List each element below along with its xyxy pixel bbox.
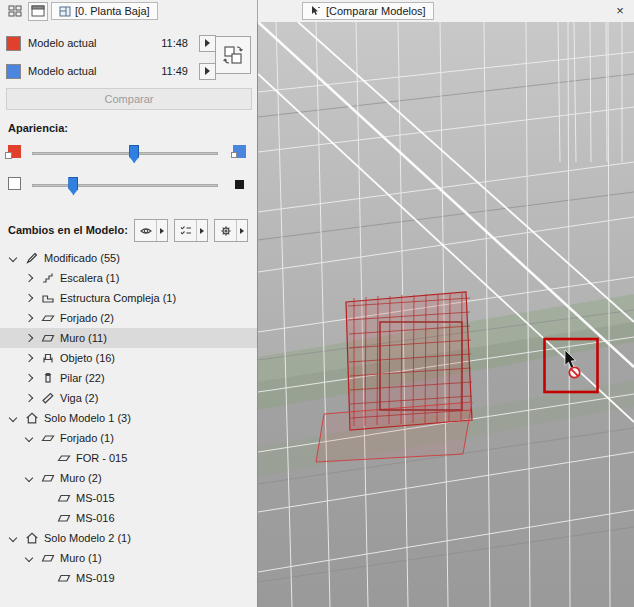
transparency-slider-row — [0, 172, 258, 198]
model1-name: Modelo actual — [28, 37, 149, 49]
window-header: [0. Planta Baja] [Comparar Modelos] × — [0, 0, 634, 23]
chevron-down-icon[interactable] — [22, 551, 36, 565]
tree-item-label: Forjado (1) — [60, 432, 114, 444]
chevron-spacer — [38, 571, 52, 585]
chevron-right-icon[interactable] — [22, 351, 36, 365]
swap-models-button[interactable] — [215, 36, 251, 74]
tree-item[interactable]: Estructura Compleja (1) — [0, 288, 257, 308]
close-icon[interactable]: × — [612, 2, 628, 18]
tab-planta-baja-label: [0. Planta Baja] — [75, 5, 150, 17]
tree-item[interactable]: MS-015 — [0, 488, 257, 508]
transparency-slider[interactable] — [32, 184, 218, 187]
model2-color-swatch — [6, 64, 21, 79]
dropdown-arrow-icon[interactable] — [156, 220, 167, 241]
slider-thumb[interactable] — [68, 177, 78, 195]
pencil-icon — [23, 251, 41, 265]
wall-icon — [39, 551, 57, 565]
chevron-right-icon[interactable] — [22, 371, 36, 385]
tree-item[interactable]: MS-016 — [0, 508, 257, 528]
changes-label: Cambios en el Modelo: — [8, 224, 128, 236]
tree-item[interactable]: Pilar (22) — [0, 368, 257, 388]
tree-item-label: MS-019 — [76, 572, 115, 584]
complex-structure-icon — [39, 291, 57, 305]
tree-item-label: MS-015 — [76, 492, 115, 504]
tree-item[interactable]: MS-019 — [0, 568, 257, 588]
tree-item-label: Muro (1) — [60, 552, 102, 564]
chevron-down-icon[interactable] — [6, 411, 20, 425]
chevron-right-icon[interactable] — [22, 291, 36, 305]
compare-button[interactable]: Comparar — [6, 88, 252, 110]
color-intensity-slider[interactable] — [32, 152, 218, 155]
chevron-right-icon[interactable] — [22, 391, 36, 405]
tab-comparar-modelos-label: [Comparar Modelos] — [326, 5, 426, 17]
model-icon — [23, 411, 41, 425]
chevron-down-icon[interactable] — [6, 251, 20, 265]
white-corner-icon — [231, 152, 237, 158]
tree-item[interactable]: FOR - 015 — [0, 448, 257, 468]
chevron-right-icon[interactable] — [22, 331, 36, 345]
tree-item[interactable]: Viga (2) — [0, 388, 257, 408]
model-row-2: Modelo actual 11:49 — [6, 60, 216, 82]
tree-item[interactable]: Escalera (1) — [0, 268, 257, 288]
wall-icon — [39, 331, 57, 345]
slab-icon — [39, 311, 57, 325]
tree-item-label: Muro (2) — [60, 472, 102, 484]
settings-button[interactable] — [214, 219, 248, 242]
settings-gear-icon — [215, 220, 236, 241]
triangle-right-icon — [205, 67, 210, 75]
panes-grid-icon[interactable] — [5, 2, 25, 21]
tab-planta-baja[interactable]: [0. Planta Baja] — [51, 2, 158, 20]
appearance-label: Apariencia: — [8, 122, 68, 134]
chevron-spacer — [38, 451, 52, 465]
list-filter-icon — [175, 220, 196, 241]
chevron-right-icon[interactable] — [22, 311, 36, 325]
floorplan-icon — [59, 6, 71, 17]
swap-icon — [222, 44, 244, 66]
dropdown-arrow-icon[interactable] — [236, 220, 247, 241]
chevron-spacer — [38, 511, 52, 525]
tree-item[interactable]: Muro (11) — [0, 328, 257, 348]
chevron-right-icon[interactable] — [22, 271, 36, 285]
tree-item[interactable]: Solo Modelo 2 (1) — [0, 528, 257, 548]
tree-item-label: Solo Modelo 2 (1) — [44, 532, 131, 544]
stair-icon — [39, 271, 57, 285]
model1-picker-button[interactable] — [199, 35, 216, 52]
tree-item[interactable]: Modificado (55) — [0, 248, 257, 268]
tree-item-label: Muro (11) — [60, 332, 107, 344]
chevron-spacer — [38, 491, 52, 505]
compare-models-icon — [310, 5, 322, 17]
right-header: [Comparar Modelos] × — [258, 0, 634, 22]
slider-thumb[interactable] — [129, 145, 139, 163]
highlight-changes-button[interactable] — [134, 219, 168, 242]
tree-item-label: Escalera (1) — [60, 272, 119, 284]
wall-icon — [39, 471, 57, 485]
model1-color-swatch — [6, 36, 21, 51]
model-icon — [23, 531, 41, 545]
tree-item[interactable]: Solo Modelo 1 (3) — [0, 408, 257, 428]
list-filter-button[interactable] — [174, 219, 208, 242]
slab-icon — [39, 431, 57, 445]
compare-sidebar: Modelo actual 11:48 Modelo actual 11:49 … — [0, 22, 258, 607]
tree-item[interactable]: Muro (2) — [0, 468, 257, 488]
color-intensity-slider-row — [0, 140, 258, 166]
3d-viewport[interactable] — [258, 22, 634, 607]
tree-item-label: Pilar (22) — [60, 372, 105, 384]
model-row-1: Modelo actual 11:48 — [6, 32, 216, 54]
triangle-right-icon — [205, 39, 210, 47]
tree-item-label: Viga (2) — [60, 392, 98, 404]
dropdown-arrow-icon[interactable] — [196, 220, 207, 241]
panel-window-icon[interactable] — [28, 2, 48, 21]
tab-comparar-modelos[interactable]: [Comparar Modelos] — [302, 2, 434, 20]
chevron-down-icon[interactable] — [22, 431, 36, 445]
tree-item-label: MS-016 — [76, 512, 115, 524]
tree-item[interactable]: Forjado (1) — [0, 428, 257, 448]
tree-item[interactable]: Forjado (2) — [0, 308, 257, 328]
chevron-down-icon[interactable] — [6, 531, 20, 545]
tree-item[interactable]: Objeto (16) — [0, 348, 257, 368]
slab-icon — [55, 451, 73, 465]
tree-item-label: Forjado (2) — [60, 312, 114, 324]
tree-item[interactable]: Muro (1) — [0, 548, 257, 568]
model2-picker-button[interactable] — [199, 63, 216, 80]
chevron-down-icon[interactable] — [22, 471, 36, 485]
model1-time: 11:48 — [156, 37, 188, 49]
